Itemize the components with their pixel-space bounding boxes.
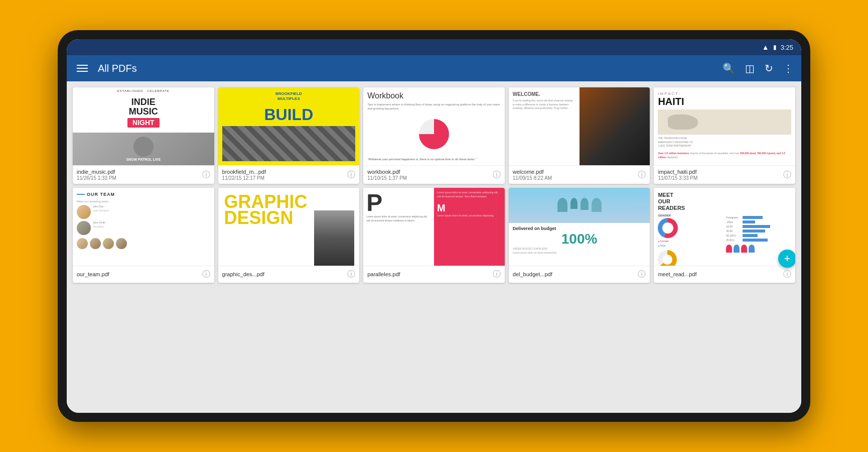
welcome-text: WELCOME. If you're reading this, you're … — [509, 87, 580, 165]
bar-2 — [743, 220, 755, 223]
pdf-name-brook: brookfield_m...pdf — [222, 169, 266, 175]
bar-label-1: Foreigners — [726, 216, 741, 219]
bar-label-5: 50-100 k — [726, 234, 741, 237]
mr-bars: Foreigners -18yrs 18-35 — [726, 216, 791, 242]
pdf-date-haiti: 11/07/15 3:33 PM — [658, 175, 697, 181]
battery-icon: ▮ — [773, 44, 777, 51]
haiti-map — [658, 109, 791, 135]
pdf-item-graphic[interactable]: GRAPHICDESIGN graphic_des...pdf ⓘ — [218, 188, 360, 283]
menu-button[interactable] — [75, 63, 90, 74]
pdf-info-haiti: impact_haiti.pdf 11/07/15 3:33 PM ⓘ — [654, 165, 795, 184]
info-icon-budget[interactable]: ⓘ — [638, 269, 646, 280]
refresh-icon[interactable]: ↻ — [765, 62, 773, 74]
pdf-date-workbook: 11/10/15 1:37 PM — [367, 175, 407, 181]
bud-text: UNDER BUDGET SUPPLIERSLorem ipsum dolor … — [513, 247, 646, 255]
ot-title: OUR TEAM — [87, 192, 115, 197]
info-icon-workbook[interactable]: ⓘ — [493, 170, 501, 180]
gender-legend: ● Female ● Male — [658, 239, 723, 248]
indie-photo: SNOW PATROL LIVE — [73, 133, 214, 165]
pdf-name-workbook: workbook.pdf — [367, 169, 407, 175]
ot-people-row2 — [77, 238, 210, 249]
haiti-title: HAITI — [658, 96, 791, 107]
pdf-item-ourteam[interactable]: OUR TEAM Meet our amazing team John DoeL… — [73, 188, 214, 283]
status-icons: ▲ ▮ 3:25 — [762, 43, 793, 51]
pdf-name-readers: meet_read...pdf — [658, 271, 696, 277]
wb-title: Workbook — [367, 91, 501, 100]
pl-right: Lorem ipsum dolor sit amet, consectetur … — [434, 188, 505, 266]
ot-subtitle: Meet our amazing team — [77, 200, 210, 203]
pdf-item-haiti[interactable]: IMPACT: HAITI THE TRANSITION FROM EMERGE… — [654, 87, 795, 184]
gender-donut — [658, 218, 678, 238]
gd-title: GRAPHICDESIGN — [224, 194, 308, 227]
pdf-item-budget[interactable]: Delivered on budget 100% UNDER BUDGET SU… — [509, 188, 650, 283]
wb-chart — [367, 113, 501, 155]
info-icon-haiti[interactable]: ⓘ — [783, 170, 791, 180]
ot-text: John DoeLead Designer — [93, 205, 109, 212]
app-bar: All PDFs 🔍 ◫ ↻ ⋮ — [67, 55, 801, 81]
pdf-info-budget: del_budget...pdf ⓘ — [509, 266, 650, 283]
pdf-name-graphic: graphic_des...pdf — [222, 271, 264, 277]
ot-text-2: Jane SmithDeveloper — [93, 221, 105, 229]
info-icon-welcome[interactable]: ⓘ — [638, 170, 646, 180]
info-icon-readers[interactable]: ⓘ — [783, 269, 791, 280]
pdf-thumb-haiti: IMPACT: HAITI THE TRANSITION FROM EMERGE… — [654, 87, 795, 165]
fab-button[interactable]: + — [778, 250, 795, 268]
info-icon-indie[interactable]: ⓘ — [202, 170, 210, 180]
welcome-body: If you're reading this, you're the kind … — [513, 99, 575, 110]
content-area: ESTABLISHED · CELEBRATE INdIE MUSIC NIGH… — [67, 81, 801, 413]
info-icon-brook[interactable]: ⓘ — [347, 170, 355, 180]
pdf-item-indie[interactable]: ESTABLISHED · CELEBRATE INdIE MUSIC NIGH… — [73, 87, 214, 184]
pdf-thumb-welcome: WELCOME. If you're reading this, you're … — [509, 87, 650, 165]
pdf-item-workbook[interactable]: Workbook Tips to implement where to thin… — [363, 87, 505, 184]
pdf-info-workbook: workbook.pdf 11/10/15 1:37 PM ⓘ — [363, 165, 505, 184]
ot-sm-4 — [116, 238, 127, 249]
bar-3 — [743, 225, 770, 228]
pdf-thumb-graphic: GRAPHICDESIGN — [218, 188, 360, 266]
pdf-info-welcome: welcome.pdf 11/09/15 8:22 AM ⓘ — [509, 165, 650, 184]
grid-icon[interactable]: ◫ — [745, 62, 755, 74]
person-icon-3 — [741, 245, 747, 253]
ot-people: John DoeLead Designer — [77, 205, 210, 219]
bar-4 — [743, 230, 765, 233]
pdf-info-readers: meet_read...pdf ⓘ — [654, 266, 795, 283]
info-icon-paralleles[interactable]: ⓘ — [493, 269, 501, 280]
pdf-item-readers[interactable]: MEETOURREADERS GENDER ● Female ● Male — [654, 188, 795, 283]
more-icon[interactable]: ⋮ — [783, 62, 793, 74]
person-icon-2 — [734, 245, 740, 253]
pdf-thumb-readers: MEETOURREADERS GENDER ● Female ● Male — [654, 188, 795, 266]
pdf-item-paralleles[interactable]: P Lorem ipsum dolor sit amet, consectetu… — [363, 188, 505, 283]
status-time: 3:25 — [781, 44, 793, 51]
fab-plus-icon: + — [784, 253, 791, 264]
brook-build: BUILD — [222, 101, 356, 126]
gd-photo — [314, 210, 354, 266]
bud-image — [509, 188, 650, 223]
bud-delivered: Delivered on budget — [513, 226, 646, 231]
pdf-thumb-workbook: Workbook Tips to implement where to thin… — [363, 87, 505, 165]
pdf-date-indie: 11/26/15 1:33 PM — [77, 175, 116, 181]
pdf-thumb-brookfield: BROOKFIELDMULTIPLEX BUILD — [218, 87, 360, 165]
wb-quote: "Whatever your personal happiness is, th… — [367, 157, 501, 161]
bar-label-3: 18-35 — [726, 225, 741, 228]
info-icon-ourteam[interactable]: ⓘ — [202, 269, 210, 280]
bar-1 — [743, 216, 763, 219]
welcome-title: WELCOME. — [513, 91, 575, 97]
ot-people-2: Jane SmithDeveloper — [77, 221, 210, 235]
pdf-item-welcome[interactable]: WELCOME. If you're reading this, you're … — [509, 87, 650, 184]
pdf-name-indie: indie_music.pdf — [77, 169, 116, 175]
app-title: All PDFs — [98, 63, 714, 74]
bar-label-6: 35-50 k — [726, 239, 741, 242]
toolbar-icons: 🔍 ◫ ↻ ⋮ — [722, 62, 793, 74]
tablet-device: ▲ ▮ 3:25 All PDFs 🔍 ◫ ↻ ⋮ — [58, 30, 810, 422]
gender-label: GENDER — [658, 214, 723, 217]
bar-label-4: 35-50 — [726, 230, 741, 233]
pdf-info-brook: brookfield_m...pdf 11/22/15 12:17 PM ⓘ — [218, 165, 360, 184]
mr-content: GENDER ● Female ● Male — [658, 214, 791, 266]
age-donut — [658, 250, 677, 266]
status-bar: ▲ ▮ 3:25 — [67, 39, 801, 55]
info-icon-graphic[interactable]: ⓘ — [347, 269, 355, 280]
wb-subtitle: Tips to implement where to thinking flow… — [367, 102, 501, 111]
ot-avatar-2 — [77, 221, 91, 235]
pdf-item-brookfield[interactable]: BROOKFIELDMULTIPLEX BUILD brookfield_m..… — [218, 87, 360, 184]
search-icon[interactable]: 🔍 — [722, 62, 735, 74]
pdf-info-paralleles: paralleles.pdf ⓘ — [363, 266, 505, 283]
